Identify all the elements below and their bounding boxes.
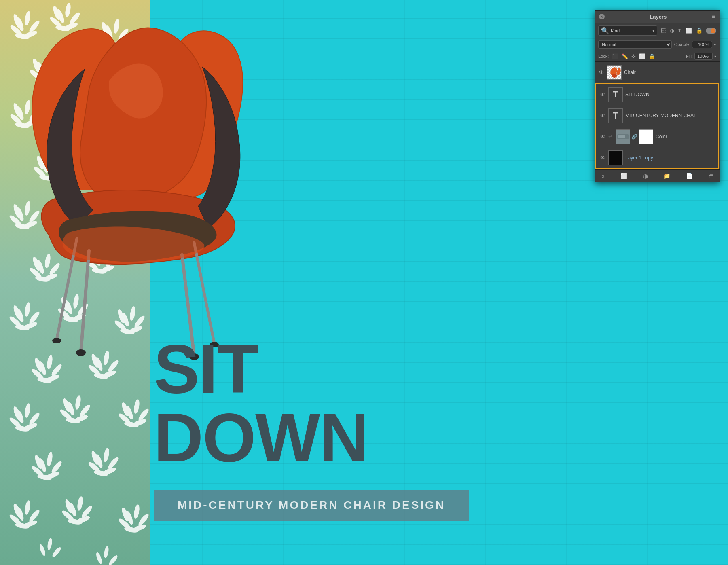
panel-titlebar: × Layers ≡ xyxy=(595,11,720,23)
lock-icons: ⬛ ✏️ ✛ ⬜ 🔒 xyxy=(612,53,655,59)
search-box[interactable]: 🔍 ▾ xyxy=(598,25,657,36)
layer-item-color[interactable]: 👁 ↩ 🔗 Color... xyxy=(596,126,718,147)
layer-visibility-mid-century[interactable]: 👁 xyxy=(599,112,606,119)
layer-item-layer1copy[interactable]: 👁 Layer 1 copy xyxy=(596,147,718,168)
search-input[interactable] xyxy=(611,28,651,33)
layer-item-mid-century[interactable]: 👁 T MID-CENTURY MODERN CHAI xyxy=(596,105,718,126)
layer-name-sit-down: SIT DOWN xyxy=(625,92,715,97)
lock-move-icon[interactable]: ✛ xyxy=(631,53,636,59)
layer-thumbnail-mid-century: T xyxy=(608,108,623,123)
search-icon: 🔍 xyxy=(601,27,609,34)
delete-layer-button[interactable]: 🗑 xyxy=(707,172,716,180)
svg-line-209 xyxy=(81,251,89,352)
opacity-label: Opacity: xyxy=(674,42,690,47)
layer-visibility-color[interactable]: 👁 xyxy=(599,133,606,140)
layer-thumbnail-color-white xyxy=(639,129,653,144)
mask-button[interactable]: ⬜ xyxy=(618,172,629,180)
filter-toggle[interactable] xyxy=(706,28,716,34)
filter-image-icon[interactable]: 🖼 xyxy=(660,27,667,34)
filter-adjustment-icon[interactable]: ◑ xyxy=(669,27,675,34)
layer-item-chair[interactable]: 👁 xyxy=(595,62,720,83)
chair-illustration xyxy=(0,8,332,372)
layer-thumbnail-color-gray xyxy=(616,129,630,144)
layer-item-sit-down[interactable]: 👁 T SIT DOWN xyxy=(596,84,718,105)
lock-label: Lock: xyxy=(598,54,609,59)
layer-group-selected: 👁 T SIT DOWN 👁 T MID-CENTURY MODERN CHAI xyxy=(595,83,719,169)
fill-label: Fill: xyxy=(686,54,693,59)
fill-value[interactable]: 100% xyxy=(694,53,713,60)
opacity-arrow-icon[interactable]: ▾ xyxy=(714,42,716,47)
layer-name-layer1copy: Layer 1 copy xyxy=(625,155,715,161)
adjustment-button[interactable]: ◑ xyxy=(641,172,650,180)
new-layer-button[interactable]: 📄 xyxy=(684,172,695,180)
blend-row: Normal Opacity: 100% ▾ xyxy=(595,38,720,51)
layer-visibility-layer1copy[interactable]: 👁 xyxy=(599,154,606,161)
svg-point-215 xyxy=(52,338,61,343)
chain-link-icon: 🔗 xyxy=(631,134,637,140)
opacity-value[interactable]: 100% xyxy=(692,41,712,48)
panel-menu-icon[interactable]: ≡ xyxy=(712,13,715,20)
sublayer-arrow-icon: ↩ xyxy=(608,134,612,140)
layers-list: 👁 xyxy=(595,62,720,169)
canvas-sit-down-text: SIT DOWN xyxy=(154,334,344,472)
opacity-row: Opacity: 100% ▾ xyxy=(674,41,716,48)
layers-panel: × Layers ≡ 🔍 ▾ 🖼 ◑ T ⬜ 🔒 xyxy=(595,10,720,182)
layer-thumbnail-sit-down: T xyxy=(608,87,623,102)
layer-name-chair: Chair xyxy=(624,70,716,75)
search-dropdown-icon[interactable]: ▾ xyxy=(652,28,654,33)
layer-thumbnail-layer1copy xyxy=(608,150,623,165)
lock-brush-icon[interactable]: ✏️ xyxy=(622,53,628,59)
fx-button[interactable]: fx xyxy=(598,172,607,180)
lock-pixel-icon[interactable]: ⬛ xyxy=(612,53,618,59)
panel-title: Layers xyxy=(650,14,667,20)
filter-smart-icon[interactable]: 🔒 xyxy=(695,27,703,34)
layer-name-color: Color... xyxy=(656,134,715,140)
canvas-subtitle-bar: MID-CENTURY MODERN CHAIR DESIGN xyxy=(154,490,469,521)
panel-search-row: 🔍 ▾ 🖼 ◑ T ⬜ 🔒 xyxy=(595,23,720,38)
svg-point-213 xyxy=(76,349,86,356)
layer-visibility-chair[interactable]: 👁 xyxy=(598,69,605,76)
filter-icons: 🖼 ◑ T ⬜ 🔒 xyxy=(660,27,716,34)
group-button[interactable]: 📁 xyxy=(661,172,672,180)
filter-text-icon[interactable]: T xyxy=(677,27,682,34)
layer-name-mid-century: MID-CENTURY MODERN CHAI xyxy=(625,113,715,119)
fill-area: Fill: 100% ▾ xyxy=(686,53,716,60)
layer-double-thumb: 🔗 xyxy=(616,129,653,144)
panel-bottom-toolbar: fx ⬜ ◑ 📁 📄 🗑 xyxy=(595,169,720,182)
lock-all-icon[interactable]: 🔒 xyxy=(649,53,655,59)
layer-thumbnail-chair xyxy=(607,65,622,80)
filter-shape-icon[interactable]: ⬜ xyxy=(685,27,693,34)
svg-rect-223 xyxy=(618,135,625,138)
lock-artboard-icon[interactable]: ⬜ xyxy=(639,53,645,59)
svg-line-212 xyxy=(194,243,214,344)
lock-row: Lock: ⬛ ✏️ ✛ ⬜ 🔒 Fill: 100% ▾ xyxy=(595,51,720,62)
fill-arrow-icon[interactable]: ▾ xyxy=(714,54,716,59)
panel-close-button[interactable]: × xyxy=(599,14,605,19)
layer-visibility-sit-down[interactable]: 👁 xyxy=(599,91,606,98)
canvas-area: SIT DOWN MID-CENTURY MODERN CHAIR DESIGN… xyxy=(0,0,728,565)
canvas-subtitle-text: MID-CENTURY MODERN CHAIR DESIGN xyxy=(166,499,457,512)
blend-mode-select[interactable]: Normal xyxy=(598,40,672,49)
